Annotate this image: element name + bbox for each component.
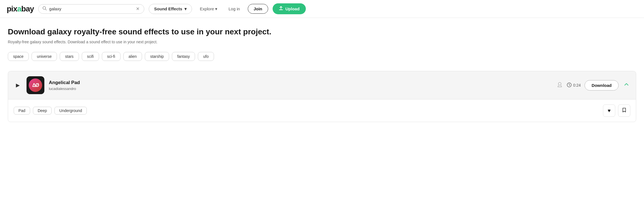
album-art-text: ΔØ (32, 82, 39, 88)
bookmark-icon (622, 108, 627, 114)
tag-chip[interactable]: scifi (82, 52, 99, 61)
play-button[interactable]: ▶ (14, 81, 22, 89)
main-content: Download galaxy royalty-free sound effec… (0, 18, 644, 122)
tag-chip[interactable]: starship (145, 52, 169, 61)
tag-chip[interactable]: sci-fi (102, 52, 121, 61)
sound-meta: 0:24 Download (557, 80, 630, 91)
tag-chip[interactable]: space (8, 52, 29, 61)
clock-icon (567, 82, 572, 88)
download-label: Download (592, 83, 612, 88)
play-icon: ▶ (16, 82, 20, 88)
chevron-up-icon (624, 82, 629, 89)
logo: pixabay (7, 4, 34, 13)
sound-tag[interactable]: Pad (14, 107, 30, 115)
tag-chip[interactable]: ufo (198, 52, 214, 61)
collapse-button[interactable] (623, 80, 630, 90)
action-icons: ♥ (603, 104, 630, 117)
category-dropdown[interactable]: Sound Effects ▾ (149, 4, 192, 14)
sound-card: ▶ ΔØ Angelical Pad lucadialessandro (8, 71, 636, 122)
sound-title: Angelical Pad (49, 80, 552, 85)
join-button[interactable]: Join (248, 4, 268, 14)
tag-chip[interactable]: fantasy (172, 52, 195, 61)
tag-chip[interactable]: stars (60, 52, 79, 61)
album-art-inner: ΔØ (29, 78, 42, 92)
download-button[interactable]: Download (585, 80, 619, 91)
heart-icon: ♥ (608, 108, 611, 114)
page-subtitle: Royalty-free galaxy sound effects. Downl… (8, 40, 636, 44)
sound-tag[interactable]: Deep (33, 107, 52, 115)
tag-chip[interactable]: universe (32, 52, 57, 61)
explore-nav[interactable]: Explore ▾ (196, 4, 221, 14)
sound-main-row: ▶ ΔØ Angelical Pad lucadialessandro (8, 71, 636, 99)
header: pixabay ✕ Sound Effects ▾ Explore ▾ Log … (0, 0, 644, 18)
login-label: Log in (229, 6, 240, 11)
upload-button[interactable]: Upload (273, 3, 306, 14)
search-input[interactable] (49, 6, 133, 11)
sound-info: Angelical Pad lucadialessandro (49, 80, 552, 91)
search-bar: ✕ (38, 4, 144, 14)
duration-text: 0:24 (573, 83, 581, 87)
award-icon (557, 82, 563, 89)
upload-label: Upload (285, 6, 300, 11)
sound-author: lucadialessandro (49, 87, 552, 91)
related-tags-row: spaceuniversestarsscifisci-fialienstarsh… (8, 52, 636, 61)
svg-line-1 (45, 9, 47, 10)
svg-point-2 (558, 82, 561, 85)
tag-chip[interactable]: alien (123, 52, 142, 61)
clear-search-button[interactable]: ✕ (135, 6, 140, 11)
page-title: Download galaxy royalty-free sound effec… (8, 27, 636, 37)
bookmark-button[interactable] (618, 104, 630, 117)
sound-expanded-row: PadDeepUnderground ♥ (8, 99, 636, 122)
category-label: Sound Effects (154, 6, 182, 11)
upload-icon (279, 6, 283, 11)
duration-display: 0:24 (567, 82, 581, 88)
chevron-down-icon: ▾ (184, 6, 187, 11)
explore-chevron-icon: ▾ (215, 6, 217, 11)
favorite-button[interactable]: ♥ (603, 104, 615, 117)
login-nav[interactable]: Log in (225, 4, 243, 13)
explore-label: Explore (200, 6, 214, 11)
sound-tag[interactable]: Underground (54, 107, 87, 115)
search-icon (42, 6, 47, 12)
sound-tags: PadDeepUnderground (14, 107, 87, 115)
album-art: ΔØ (27, 76, 44, 94)
